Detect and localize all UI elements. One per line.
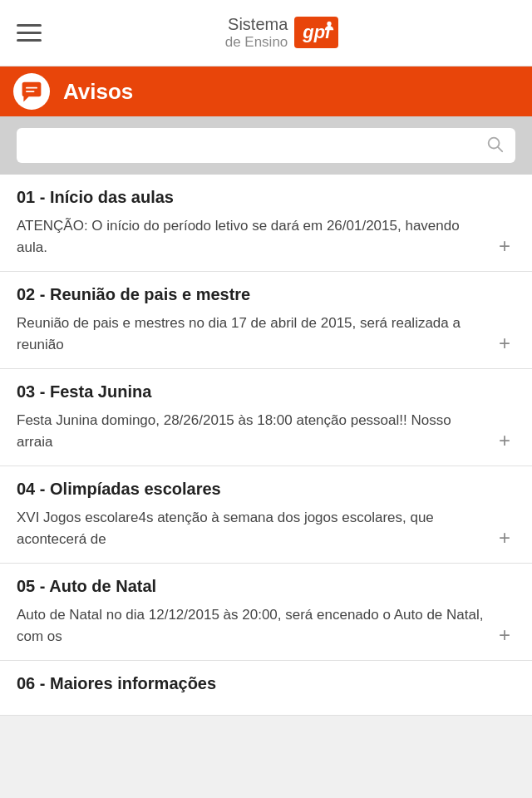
avisos-title: Avisos [63,79,133,105]
notice-title: 02 - Reunião de pais e mestre [17,285,515,304]
svg-point-0 [328,22,332,26]
logo-gpi: gpi [294,17,338,48]
notice-body-row: ATENÇÃO: O início do período letivo se d… [17,215,515,258]
notice-body-row: Auto de Natal no dia 12/12/2015 às 20:00… [17,604,515,647]
search-input[interactable] [28,137,479,155]
notice-body: Reunião de pais e mestres no dia 17 de a… [17,313,494,355]
notice-item: 05 - Auto de NatalAuto de Natal no dia 1… [0,564,532,661]
notice-expand-button[interactable]: + [494,234,515,258]
notice-title: 03 - Festa Junina [17,382,515,401]
notice-expand-button[interactable]: + [494,332,515,355]
notice-item: 06 - Maiores informações [0,661,532,716]
notice-title: 01 - Início das aulas [17,188,515,207]
notice-body: ATENÇÃO: O início do período letivo se d… [17,215,494,258]
logo-sistema: Sistema [225,14,288,34]
search-input-wrap[interactable] [17,128,515,163]
avisos-header: Avisos [0,66,532,116]
notice-title: 04 - Olimpíadas escolares [17,480,515,499]
svg-line-4 [498,147,502,151]
notice-item: 04 - Olimpíadas escolaresXVI Jogos escol… [0,466,532,564]
notice-body-row: Reunião de pais e mestres no dia 17 de a… [17,313,515,355]
chat-icon-wrap [13,73,50,110]
notice-item: 01 - Início das aulasATENÇÃO: O início d… [0,175,532,272]
notice-body: Auto de Natal no dia 12/12/2015 às 20:00… [17,604,494,647]
chat-icon [20,80,43,103]
notice-title: 05 - Auto de Natal [17,577,515,596]
search-icon [485,135,504,156]
notice-item: 02 - Reunião de pais e mestreReunião de … [0,272,532,369]
notice-list: 01 - Início das aulasATENÇÃO: O início d… [0,175,532,716]
notice-body: XVI Jogos escolare4s atenção à semana do… [17,507,494,549]
top-bar: Sistema de Ensino gpi [0,0,532,66]
notice-title: 06 - Maiores informações [17,674,515,693]
notice-expand-button[interactable]: + [494,429,515,452]
logo-area: Sistema de Ensino gpi [45,14,519,51]
logo-ensino: de Ensino [225,34,288,51]
notice-item: 03 - Festa JuninaFesta Junina domingo, 2… [0,369,532,466]
notice-body-row: Festa Junina domingo, 28/26/2015 às 18:0… [17,410,515,452]
notice-body: Festa Junina domingo, 28/26/2015 às 18:0… [17,410,494,452]
hamburger-menu[interactable] [13,21,45,45]
logo-text: Sistema de Ensino [225,14,288,51]
search-container [0,116,532,175]
notice-expand-button[interactable]: + [494,526,515,549]
notice-body-row: XVI Jogos escolare4s atenção à semana do… [17,507,515,549]
notice-expand-button[interactable]: + [494,623,515,647]
